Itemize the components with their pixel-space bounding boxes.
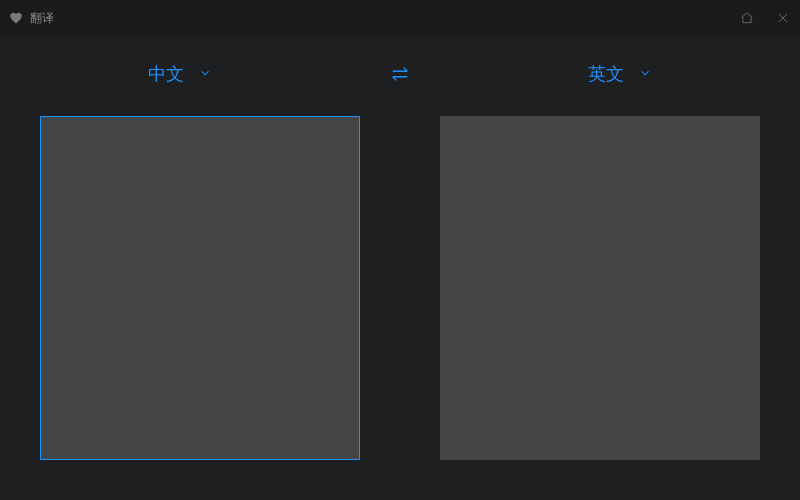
target-text-panel (440, 116, 760, 460)
source-language-label: 中文 (148, 62, 184, 86)
translation-panels (0, 102, 800, 460)
chevron-down-icon (198, 64, 212, 85)
app-title: 翻译 (30, 10, 54, 27)
source-text-panel[interactable] (40, 116, 360, 460)
app-logo-icon (8, 10, 24, 26)
chevron-down-icon (638, 64, 652, 85)
swap-languages-button[interactable] (389, 65, 411, 83)
swap-column (360, 65, 440, 83)
home-button[interactable] (738, 9, 756, 27)
source-language-select[interactable]: 中文 (148, 62, 212, 86)
titlebar: 翻译 (0, 0, 800, 36)
target-language-label: 英文 (588, 62, 624, 86)
language-selector-row: 中文 英文 (0, 46, 800, 102)
target-language-select[interactable]: 英文 (588, 62, 652, 86)
target-language-group: 英文 (440, 62, 800, 86)
close-button[interactable] (774, 9, 792, 27)
source-language-group: 中文 (0, 62, 360, 86)
titlebar-right (738, 9, 792, 27)
titlebar-left: 翻译 (8, 10, 738, 27)
